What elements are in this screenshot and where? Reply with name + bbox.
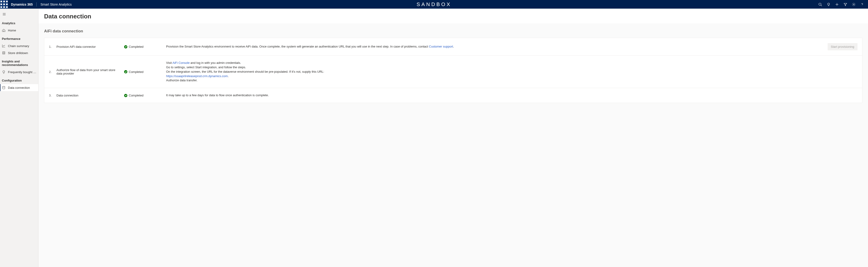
svg-line-10 [821,5,822,6]
step-2: 2. Authorize flow of data from your smar… [44,56,862,88]
svg-point-20 [3,86,5,87]
page-title: Data connection [44,13,862,20]
hamburger-icon [2,12,6,16]
step-title: Provision AiFi data connector [57,45,124,48]
help-button[interactable] [858,0,866,9]
nav-group-analytics: Analytics [0,18,38,27]
step-1: 1. Provision AiFi data connector Complet… [44,38,862,56]
nav-group-performance: Performance [0,34,38,42]
store-icon [2,51,6,55]
sidebar-item-label: Chain summary [8,44,29,48]
step-description: Visit AiFi Console and log in with you a… [166,61,823,83]
filter-button[interactable] [841,0,849,9]
step-status: Completed [124,70,166,74]
data-icon [2,86,6,90]
svg-rect-4 [3,3,5,5]
svg-rect-2 [6,1,8,2]
environment-badge: SANDBOX [416,1,452,7]
sidebar-toggle-button[interactable] [0,11,38,18]
step-number: 1. [49,45,57,48]
sidebar-item-label: Data connection [8,86,30,90]
sidebar-item-label: Store drilldown [8,51,28,55]
sidebar-item-label: Frequently bought t... [8,70,36,74]
svg-rect-5 [6,3,8,5]
check-icon [124,70,127,73]
insights-button[interactable] [825,0,833,9]
svg-rect-17 [3,52,5,54]
top-nav-bar: Dynamics 365 Smart Store Analytics SANDB… [0,0,868,9]
nav-group-configuration: Configuration [0,75,38,84]
search-icon [818,3,822,6]
step-number: 3. [49,94,57,97]
sidebar-item-label: Home [8,29,16,32]
step-title: Data connection [57,94,124,97]
svg-rect-1 [3,1,5,2]
section-title: AiFi data connection [38,23,868,38]
settings-button[interactable] [850,0,858,9]
svg-rect-8 [6,6,8,8]
check-icon [124,45,127,48]
dataverse-url-link[interactable]: https://ssaaprilreleaseprod.crm.dynamics… [166,74,228,78]
plus-icon [835,3,839,6]
step-description: Provision the Smart Store Analytics envi… [166,44,823,49]
step-number: 2. [49,70,57,74]
customer-support-link[interactable]: Customer support [429,45,453,48]
step-description: It may take up to a few days for data to… [166,93,823,98]
sidebar-item-frequently-bought[interactable]: Frequently bought t... [0,68,38,75]
add-button[interactable] [833,0,841,9]
step-status: Completed [124,45,166,48]
step-status: Completed [124,94,166,97]
status-label: Completed [129,94,144,97]
svg-rect-0 [0,1,2,2]
main-content: Data connection AiFi data connection 1. … [38,9,868,267]
check-icon [124,94,127,97]
svg-rect-3 [0,3,2,5]
brand-name[interactable]: Dynamics 365 [8,3,35,6]
waffle-icon [0,0,8,8]
sidebar-item-home[interactable]: Home [0,27,38,34]
svg-point-13 [853,4,854,5]
svg-point-9 [819,3,821,5]
step-title: Authorize flow of data from your smart s… [57,68,124,75]
help-icon [860,3,864,6]
bulb-icon [827,3,831,6]
status-label: Completed [129,45,144,48]
search-button[interactable] [816,0,824,9]
app-name[interactable]: Smart Store Analytics [37,3,74,6]
bulb-icon [2,70,6,74]
sidebar: Analytics Home Performance Chain summary… [0,9,38,267]
sidebar-item-data-connection[interactable]: Data connection [0,84,38,91]
vertical-divider [36,2,37,6]
svg-rect-7 [3,6,5,8]
aifi-console-link[interactable]: AiFi Console [173,61,190,65]
svg-rect-6 [0,6,2,8]
sidebar-item-chain-summary[interactable]: Chain summary [0,42,38,49]
filter-icon [843,3,847,6]
steps-card: 1. Provision AiFi data connector Complet… [44,38,862,103]
nav-group-insights: Insights and recommendations [0,56,38,68]
sidebar-item-store-drilldown[interactable]: Store drilldown [0,49,38,56]
status-label: Completed [129,70,144,74]
chart-icon [2,44,6,48]
step-3: 3. Data connection Completed It may take… [44,88,862,103]
home-icon [2,28,6,32]
start-provisioning-button: Start provisioning [828,43,858,50]
app-launcher-button[interactable] [0,0,8,9]
gear-icon [852,3,856,6]
